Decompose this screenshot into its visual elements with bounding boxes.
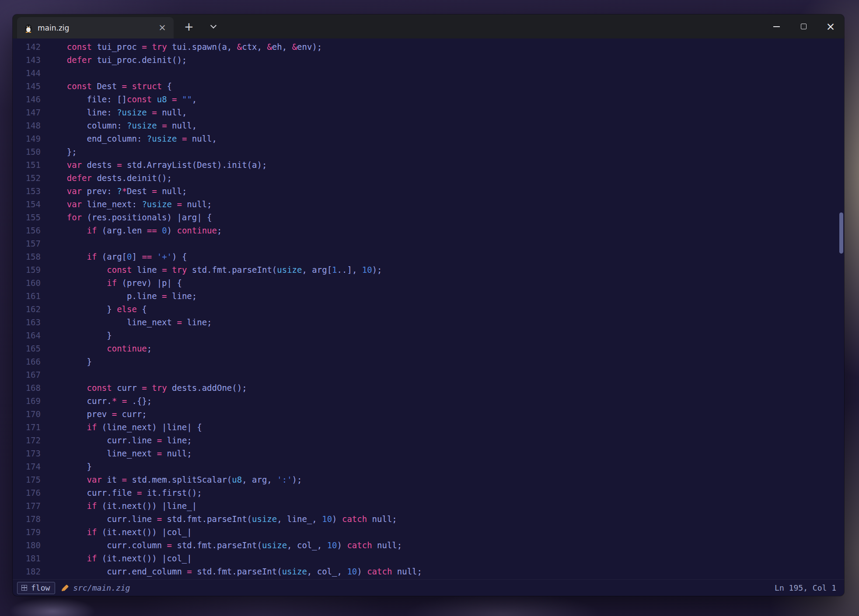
code-line[interactable]: 182 curr.end_column = std.fmt.parseInt(u…	[13, 565, 844, 578]
code-line[interactable]: 143 defer tui_proc.deinit();	[13, 53, 844, 66]
code-text: if (arg[0] == '+') {	[41, 250, 187, 263]
code-line[interactable]: 144	[13, 66, 844, 80]
file-modified-icon	[62, 585, 69, 592]
line-number: 162	[13, 303, 41, 316]
code-text: line_next = null;	[41, 447, 192, 460]
cursor-position: Ln 195, Col 1	[775, 583, 836, 592]
line-number: 149	[13, 132, 41, 145]
close-button[interactable]: ×	[817, 14, 844, 38]
code-line[interactable]: 165 continue;	[13, 342, 844, 355]
code-text: curr.end_column = std.fmt.parseInt(usize…	[41, 565, 422, 578]
code-line[interactable]: 147 line: ?usize = null,	[13, 106, 844, 119]
code-line[interactable]: 152 defer dests.deinit();	[13, 171, 844, 184]
code-text: end_column: ?usize = null,	[41, 132, 217, 145]
code-line[interactable]: 163 line_next = line;	[13, 316, 844, 329]
code-line[interactable]: 153 var prev: ?*Dest = null;	[13, 184, 844, 198]
code-line[interactable]: 150 };	[13, 145, 844, 158]
line-number: 179	[13, 526, 41, 539]
line-number: 168	[13, 381, 41, 394]
line-number: 165	[13, 342, 41, 355]
code-line[interactable]: 145 const Dest = struct {	[13, 80, 844, 93]
line-number: 156	[13, 224, 41, 237]
code-text: }	[41, 355, 92, 368]
code-line[interactable]: 169 curr.* = .{};	[13, 394, 844, 407]
code-line[interactable]: 172 curr.line = line;	[13, 434, 844, 447]
titlebar[interactable]: main.zig × + ×	[13, 14, 844, 38]
status-bar: flow src/main.zig Ln 195, Col 1	[13, 579, 844, 596]
code-line[interactable]: 171 if (line_next) |line| {	[13, 421, 844, 434]
line-number: 153	[13, 184, 41, 198]
code-text	[41, 368, 47, 381]
minimize-button[interactable]	[763, 14, 790, 38]
code-line[interactable]: 148 column: ?usize = null,	[13, 119, 844, 132]
code-text: var it = std.mem.splitScalar(u8, arg, ':…	[41, 473, 302, 486]
code-line[interactable]: 159 const line = try std.fmt.parseInt(us…	[13, 263, 844, 276]
maximize-button[interactable]	[790, 14, 817, 38]
editor-window: main.zig × + × 142 const tui_proc = try …	[13, 14, 844, 596]
code-line[interactable]: 175 var it = std.mem.splitScalar(u8, arg…	[13, 473, 844, 486]
code-line[interactable]: 173 line_next = null;	[13, 447, 844, 460]
code-line[interactable]: 166 }	[13, 355, 844, 368]
scrollbar[interactable]	[838, 38, 844, 579]
code-text: continue;	[41, 342, 152, 355]
line-number: 169	[13, 394, 41, 407]
code-line[interactable]: 181 if (it.next()) |col_|	[13, 552, 844, 565]
new-tab-button[interactable]: +	[182, 19, 196, 34]
code-line[interactable]: 158 if (arg[0] == '+') {	[13, 250, 844, 263]
line-number: 174	[13, 460, 41, 473]
code-line[interactable]: 149 end_column: ?usize = null,	[13, 132, 844, 145]
grid-icon	[21, 585, 27, 591]
desktop-wallpaper: { "window": { "tab": { "title": "main.zi…	[0, 0, 859, 616]
code-text	[41, 237, 47, 250]
code-text	[41, 66, 47, 80]
code-line[interactable]: 179 if (it.next()) |col_|	[13, 526, 844, 539]
close-icon: ×	[826, 21, 835, 32]
code-line[interactable]: 156 if (arg.len == 0) continue;	[13, 224, 844, 237]
window-controls: ×	[763, 14, 844, 38]
code-line[interactable]: 164 }	[13, 329, 844, 342]
code-text: if (arg.len == 0) continue;	[41, 224, 222, 237]
code-text: var prev: ?*Dest = null;	[41, 184, 187, 198]
code-line[interactable]: 170 prev = curr;	[13, 407, 844, 421]
code-line[interactable]: 142 const tui_proc = try tui.spawn(a, &c…	[13, 40, 844, 53]
code-text: curr.* = .{};	[41, 394, 152, 407]
code-line[interactable]: 176 curr.file = it.first();	[13, 486, 844, 499]
line-number: 148	[13, 119, 41, 132]
code-line[interactable]: 146 file: []const u8 = "",	[13, 93, 844, 106]
tab-main-zig[interactable]: main.zig ×	[17, 17, 174, 38]
code-line[interactable]: 160 if (prev) |p| {	[13, 276, 844, 289]
code-editor[interactable]: 142 const tui_proc = try tui.spawn(a, &c…	[13, 38, 844, 579]
line-number: 180	[13, 539, 41, 552]
line-number: 143	[13, 53, 41, 66]
line-number: 177	[13, 499, 41, 512]
line-number: 157	[13, 237, 41, 250]
code-line[interactable]: 155 for (res.positionals) |arg| {	[13, 211, 844, 224]
code-line[interactable]: 162 } else {	[13, 303, 844, 316]
code-line[interactable]: 168 const curr = try dests.addOne();	[13, 381, 844, 394]
code-text: file: []const u8 = "",	[41, 93, 197, 106]
code-text: for (res.positionals) |arg| {	[41, 211, 212, 224]
code-line[interactable]: 174 }	[13, 460, 844, 473]
code-line[interactable]: 157	[13, 237, 844, 250]
code-line[interactable]: 180 curr.column = std.fmt.parseInt(usize…	[13, 539, 844, 552]
code-line[interactable]: 151 var dests = std.ArrayList(Dest).init…	[13, 158, 844, 171]
line-number: 145	[13, 80, 41, 93]
chevron-down-icon	[210, 22, 216, 28]
code-line[interactable]: 177 if (it.next()) |line_|	[13, 499, 844, 512]
code-text: const curr = try dests.addOne();	[41, 381, 247, 394]
code-text: defer tui_proc.deinit();	[41, 53, 187, 66]
line-number: 159	[13, 263, 41, 276]
line-number: 155	[13, 211, 41, 224]
tab-close-icon[interactable]: ×	[157, 23, 168, 33]
code-lines[interactable]: 142 const tui_proc = try tui.spawn(a, &c…	[13, 40, 844, 578]
code-line[interactable]: 167	[13, 368, 844, 381]
line-number: 144	[13, 66, 41, 80]
code-line[interactable]: 161 p.line = line;	[13, 289, 844, 303]
code-line[interactable]: 178 curr.line = std.fmt.parseInt(usize, …	[13, 512, 844, 526]
scrollbar-thumb[interactable]	[839, 212, 843, 254]
minimize-icon	[773, 26, 780, 27]
code-line[interactable]: 154 var line_next: ?usize = null;	[13, 198, 844, 211]
tab-list-dropdown-button[interactable]	[206, 19, 221, 34]
code-text: column: ?usize = null,	[41, 119, 197, 132]
flow-menu-button[interactable]: flow	[17, 582, 55, 594]
